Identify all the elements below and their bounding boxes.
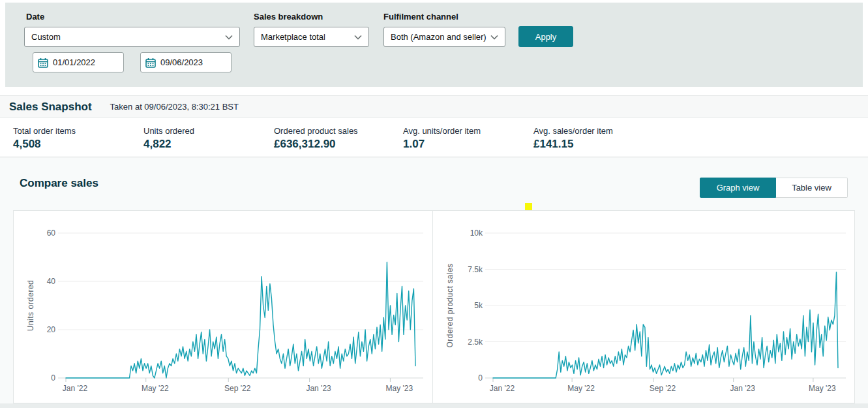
fulfilment-channel-select[interactable]: Both (Amazon and seller)	[383, 27, 505, 47]
sales-snapshot-header: Sales Snapshot Taken at 09/06/2023, 8:30…	[0, 95, 868, 118]
page-bottom-strip	[0, 403, 868, 408]
svg-text:May '22: May '22	[567, 384, 595, 393]
svg-text:Jan '22: Jan '22	[490, 384, 515, 393]
svg-text:May '23: May '23	[809, 384, 836, 393]
metric-avg-units-per-order: Avg. units/order item 1.07	[403, 126, 481, 151]
filter-bar: Date Custom 01/01/2022 09/06/2023 Sales …	[5, 3, 863, 87]
metric-label: Avg. units/order item	[403, 126, 481, 136]
end-date-input[interactable]: 09/06/2023	[140, 52, 232, 72]
svg-text:40: 40	[47, 277, 56, 286]
apply-button[interactable]: Apply	[518, 26, 573, 47]
start-date-value: 01/01/2022	[53, 57, 95, 67]
chevron-down-icon	[354, 32, 362, 42]
metric-label: Avg. sales/order item	[533, 126, 613, 136]
metric-value: 1.07	[403, 138, 481, 151]
start-date-input[interactable]: 01/01/2022	[33, 52, 124, 72]
calendar-icon	[33, 53, 53, 72]
date-filter-label: Date	[26, 12, 44, 22]
graph-view-button[interactable]: Graph view	[700, 178, 776, 198]
svg-text:Jan '22: Jan '22	[63, 384, 88, 393]
chevron-down-icon	[490, 32, 498, 42]
date-range-select[interactable]: Custom	[24, 27, 240, 47]
svg-text:Jan '23: Jan '23	[730, 384, 756, 393]
compare-sales-title: Compare sales	[20, 177, 98, 190]
metric-label: Total order items	[13, 126, 76, 136]
ordered-product-sales-chart[interactable]: 02.5k5k7.5k10kJan '22May '22Sep '22Jan '…	[433, 211, 854, 403]
charts-panel: 0204060Jan '22May '22Sep '22Jan '23May '…	[13, 210, 855, 403]
ordered-product-sales-chart-svg[interactable]: 02.5k5k7.5k10kJan '22May '22Sep '22Jan '…	[433, 211, 854, 403]
metric-ordered-product-sales: Ordered product sales £636,312.90	[274, 126, 358, 151]
metric-value: £141.15	[533, 138, 613, 151]
date-range-select-value: Custom	[31, 32, 61, 42]
svg-text:0: 0	[478, 373, 483, 383]
svg-text:0: 0	[51, 373, 55, 383]
compare-sales-section: Compare sales Graph view Table view 0204…	[0, 157, 868, 408]
metric-avg-sales-per-order: Avg. sales/order item £141.15	[533, 126, 613, 151]
sales-snapshot-title: Sales Snapshot	[9, 101, 92, 114]
calendar-icon	[141, 53, 160, 72]
svg-text:Jan '23: Jan '23	[306, 384, 331, 393]
sales-breakdown-select[interactable]: Marketplace total	[254, 27, 369, 47]
chevron-down-icon	[225, 32, 233, 42]
svg-text:2.5k: 2.5k	[468, 337, 483, 347]
svg-text:May '23: May '23	[386, 384, 413, 393]
snapshot-timestamp: Taken at 09/06/2023, 8:30:21 BST	[110, 102, 239, 112]
metric-value: 4,822	[143, 138, 194, 151]
svg-text:Sep '22: Sep '22	[650, 384, 676, 393]
units-ordered-chart-svg[interactable]: 0204060Jan '22May '22Sep '22Jan '23May '…	[14, 211, 432, 403]
metric-total-order-items: Total order items 4,508	[13, 126, 76, 151]
view-toggle: Graph view Table view	[700, 178, 848, 198]
metric-label: Units ordered	[143, 126, 194, 136]
fulfilment-channel-label: Fulfilment channel	[383, 12, 458, 22]
table-view-button[interactable]: Table view	[776, 178, 848, 198]
svg-text:Sep '22: Sep '22	[224, 384, 251, 393]
sales-dashboard: Date Custom 01/01/2022 09/06/2023 Sales …	[0, 0, 868, 408]
snapshot-metrics-row: Total order items 4,508 Units ordered 4,…	[0, 118, 868, 157]
svg-text:Units ordered: Units ordered	[26, 280, 35, 332]
svg-text:May '22: May '22	[142, 384, 169, 393]
sales-breakdown-label: Sales breakdown	[254, 12, 323, 22]
svg-text:10k: 10k	[470, 228, 483, 238]
svg-text:Ordered product sales: Ordered product sales	[445, 263, 455, 347]
metric-value: £636,312.90	[274, 138, 358, 151]
sales-breakdown-select-value: Marketplace total	[261, 32, 325, 42]
units-ordered-chart[interactable]: 0204060Jan '22May '22Sep '22Jan '23May '…	[14, 211, 433, 403]
svg-text:20: 20	[47, 325, 56, 334]
svg-text:5k: 5k	[474, 301, 483, 310]
metric-value: 4,508	[13, 138, 76, 151]
metric-units-ordered: Units ordered 4,822	[143, 126, 194, 151]
svg-text:7.5k: 7.5k	[468, 265, 483, 274]
metric-label: Ordered product sales	[274, 126, 358, 136]
end-date-value: 09/06/2023	[160, 57, 203, 67]
fulfilment-channel-select-value: Both (Amazon and seller)	[391, 32, 486, 42]
svg-text:60: 60	[47, 228, 56, 238]
